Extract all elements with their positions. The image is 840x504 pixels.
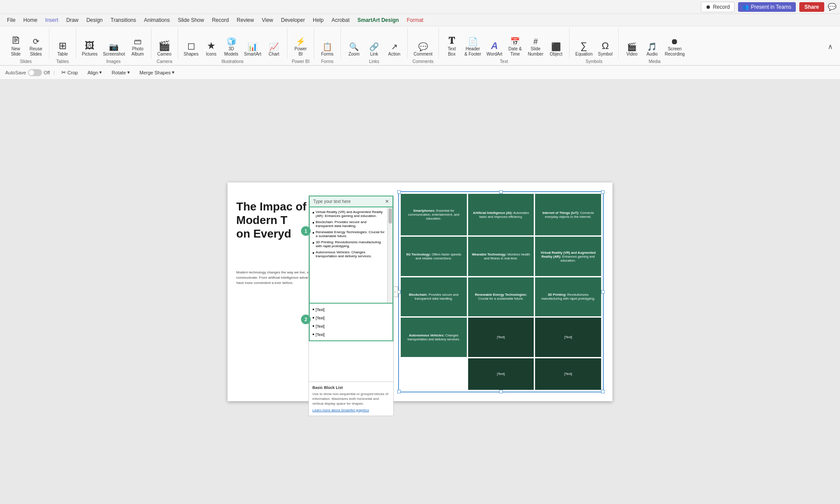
rotate-button[interactable]: Rotate ▾ [108, 68, 133, 77]
smartart-cell-8: Renewable Energy Technologies: Crucial f… [468, 277, 534, 316]
chat-button[interactable]: 💬 [828, 3, 836, 11]
icons-button[interactable]: ★ Icons [202, 40, 221, 58]
smartart-cell-9: 3D Printing: Revolutionizes manufacturin… [535, 277, 601, 316]
smartart-cell-5: Wearable Technology: Monitors health and… [468, 237, 534, 276]
sel-handle-tr [601, 190, 605, 194]
forms-button[interactable]: 📋 Forms [318, 42, 337, 58]
menu-acrobat[interactable]: Acrobat [328, 16, 353, 24]
menu-smartart-design[interactable]: SmartArt Design [354, 16, 402, 24]
text-bullet-1: Virtual Reality (VR) and Augmented Reali… [316, 210, 385, 218]
comment-button[interactable]: 💬 Comment [411, 42, 434, 58]
text-panel-close-button[interactable]: ✕ [385, 199, 389, 204]
screen-recording-button[interactable]: ⏺ ScreenRecording [662, 36, 687, 58]
photo-album-button[interactable]: 🗃 PhotoAlbum [128, 36, 147, 58]
header-footer-button[interactable]: 📄 Header& Footer [462, 36, 483, 58]
menu-format[interactable]: Format [403, 16, 427, 24]
reuse-slides-button[interactable]: ⟳ ReuseSlides [26, 36, 46, 58]
menu-review[interactable]: Review [233, 16, 257, 24]
crop-button[interactable]: ✂ Crop [58, 68, 81, 77]
menu-help[interactable]: Help [309, 16, 327, 24]
chart-button[interactable]: 📈 Chart [264, 42, 284, 58]
audio-icon: 🎵 [647, 43, 657, 51]
menu-file[interactable]: File [4, 16, 19, 24]
cameo-icon: 🎬 [158, 41, 170, 51]
link-button[interactable]: 🔗 Link [364, 42, 384, 58]
table-button[interactable]: ⊞ Table [53, 40, 72, 58]
align-button[interactable]: Align ▾ [84, 68, 105, 77]
screenshot-button[interactable]: 📷 Screenshot [101, 42, 127, 58]
autosave-toggle[interactable]: AutoSave Off [5, 69, 50, 76]
slidenumber-icon: # [533, 38, 538, 46]
ribbon: 🖹 NewSlide ⟳ ReuseSlides Slides ⊞ Table … [0, 26, 840, 66]
cameo-button[interactable]: 🎬 Cameo [155, 40, 174, 58]
wordart-button[interactable]: A WordArt [484, 40, 505, 58]
shapes-button[interactable]: ◻ Shapes [182, 40, 201, 58]
3d-models-button[interactable]: 🧊 3DModels [222, 36, 241, 58]
slidenumber-button[interactable]: # SlideNumber [525, 36, 546, 58]
sel-handle-br [601, 390, 605, 393]
bbl-description: Use to show non-sequential or grouped bl… [312, 392, 390, 406]
text-panel-section2: • [Text] • [Text] • [Text] • [Text] [309, 304, 393, 341]
autosave-switch[interactable] [28, 69, 42, 76]
menu-design[interactable]: Design [83, 16, 106, 24]
step-badge-1: 1 [301, 226, 311, 236]
video-button[interactable]: 🎬 Video [622, 42, 641, 58]
text-bullet-5: Autonomous Vehicles: Changes transportat… [316, 250, 385, 258]
text-panel-header: Type your text here ✕ [309, 196, 393, 207]
bbl-link[interactable]: Learn more about SmartArt graphics [312, 408, 369, 412]
main-area: The Impac ofModern Ton Everyd Modern tec… [0, 80, 840, 504]
smartart-cell-6: Virtual Reality (VR) and Augmented Reali… [535, 237, 601, 276]
menu-view[interactable]: View [258, 16, 276, 24]
comment-icon: 💬 [418, 43, 428, 51]
present-teams-button[interactable]: 👥 Present in Teams [738, 2, 796, 12]
action-icon: ↗ [391, 43, 398, 51]
menu-home[interactable]: Home [20, 16, 41, 24]
share-button[interactable]: Share [799, 2, 824, 12]
smartart-container[interactable]: ‹ Smartphones: Essential for communicati… [398, 191, 604, 392]
powerbi-button[interactable]: ⚡ PowerBI [291, 36, 310, 58]
smartart-icon: 📊 [248, 43, 257, 51]
menu-insert[interactable]: Insert [42, 16, 62, 24]
menu-transitions[interactable]: Transitions [107, 16, 140, 24]
ribbon-expand-icon[interactable]: ∧ [828, 42, 833, 51]
equation-button[interactable]: ∑ Equation [573, 40, 595, 58]
new-slide-button[interactable]: 🖹 NewSlide [6, 35, 25, 58]
smartart-cell-13: [Text] [468, 358, 534, 390]
pictures-button[interactable]: 🖼 Pictures [80, 40, 100, 58]
record-button[interactable]: ⏺ Record [701, 2, 735, 12]
s2-text1: [Text] [316, 308, 325, 312]
menu-draw[interactable]: Draw [63, 16, 82, 24]
header-footer-icon: 📄 [468, 38, 478, 46]
icons-icon: ★ [207, 41, 216, 51]
object-icon: ⬛ [551, 43, 561, 51]
menu-slideshow[interactable]: Slide Show [174, 16, 207, 24]
menu-animations[interactable]: Animations [140, 16, 173, 24]
zoom-button[interactable]: 🔍 Zoom [344, 42, 364, 58]
textbox-button[interactable]: 𝐓 TextBox [442, 35, 462, 58]
action-button[interactable]: ↗ Action [385, 42, 404, 58]
text-panel-section1: • Virtual Reality (VR) and Augmented Rea… [309, 207, 393, 304]
sel-handle-tm [499, 190, 503, 194]
text-bullet-2: Blockchain: Provides secure and transpar… [316, 220, 385, 228]
zoom-icon: 🔍 [349, 43, 359, 51]
merge-shapes-button[interactable]: Merge Shapes ▾ [136, 68, 178, 77]
align-chevron-icon: ▾ [99, 70, 102, 75]
smartart-cell-3: Internet of Things (IoT): Connects every… [535, 194, 601, 235]
smartart-cell-2: Artificial Intelligence (AI): Automates … [468, 194, 534, 235]
sel-handle-bm [499, 390, 503, 393]
symbol-button[interactable]: Ω Symbol [595, 40, 615, 58]
s2-text4: [Text] [316, 332, 325, 337]
record-icon: ⏺ [706, 4, 711, 10]
s2-text2: [Text] [316, 316, 325, 320]
menu-bar: File Home Insert Draw Design Transitions… [0, 14, 840, 26]
menu-record[interactable]: Record [208, 16, 232, 24]
datetime-button[interactable]: 📅 Date &Time [505, 36, 525, 58]
sel-handle-bl [397, 390, 401, 393]
audio-button[interactable]: 🎵 Audio [642, 42, 662, 58]
menu-developer[interactable]: Developer [277, 16, 308, 24]
smartart-button[interactable]: 📊 SmartArt [242, 42, 263, 58]
smartart-cell-12: [Text] [535, 318, 601, 357]
3d-models-icon: 🧊 [227, 38, 236, 46]
slide-canvas[interactable]: The Impac ofModern Ton Everyd Modern tec… [228, 182, 612, 401]
object-button[interactable]: ⬛ Object [546, 42, 566, 58]
